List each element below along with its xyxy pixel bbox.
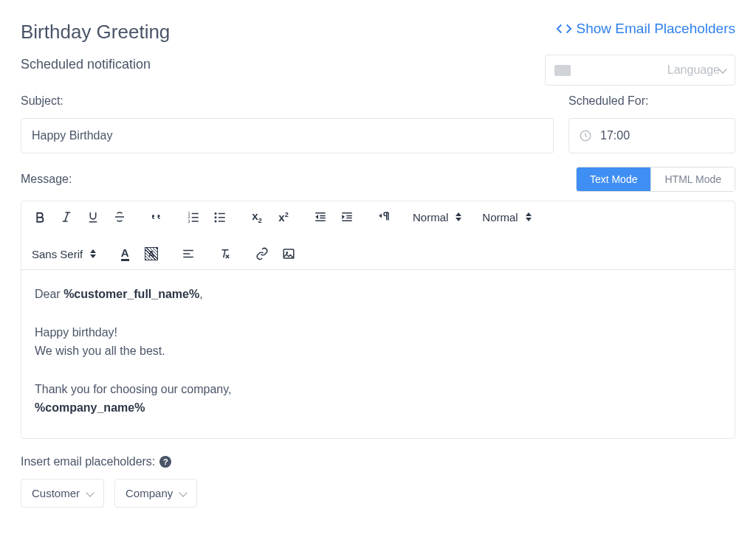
italic-button[interactable] bbox=[58, 209, 75, 225]
code-icon bbox=[556, 21, 572, 37]
text: Dear bbox=[35, 288, 63, 300]
image-button[interactable] bbox=[281, 246, 297, 262]
ordered-list-icon: 123 bbox=[187, 210, 200, 224]
language-placeholder: Language bbox=[578, 63, 720, 77]
company-dropdown-label: Company bbox=[126, 487, 173, 499]
text: , bbox=[199, 288, 202, 300]
superscript-icon: x2 bbox=[278, 211, 288, 224]
show-placeholders-link[interactable]: Show Email Placeholders bbox=[556, 21, 735, 37]
link-icon bbox=[255, 247, 269, 260]
clear-format-icon bbox=[219, 247, 232, 260]
text-color-button[interactable]: A bbox=[117, 246, 133, 262]
scheduled-for-label: Scheduled For: bbox=[568, 94, 735, 108]
caret-icon bbox=[456, 212, 461, 221]
underline-icon bbox=[86, 210, 100, 224]
svg-point-12 bbox=[215, 212, 217, 215]
svg-point-13 bbox=[215, 216, 217, 218]
text-color-icon: A bbox=[121, 247, 129, 261]
show-placeholders-label: Show Email Placeholders bbox=[577, 21, 735, 37]
svg-point-35 bbox=[286, 252, 288, 254]
header-label: Normal bbox=[482, 211, 518, 224]
svg-text:3: 3 bbox=[188, 219, 190, 224]
clear-format-button[interactable] bbox=[217, 246, 233, 262]
subject-input[interactable] bbox=[21, 118, 554, 153]
subject-label: Subject: bbox=[21, 94, 554, 108]
scheduled-time-input[interactable] bbox=[568, 118, 735, 153]
message-label: Message: bbox=[21, 173, 72, 186]
text: We wish you all the best. bbox=[35, 342, 721, 361]
svg-marker-22 bbox=[315, 215, 318, 219]
bold-icon bbox=[33, 210, 47, 224]
align-icon bbox=[182, 247, 195, 260]
font-family-select[interactable]: Sans Serif bbox=[32, 248, 96, 260]
html-mode-button[interactable]: HTML Mode bbox=[650, 167, 735, 191]
chevron-down-icon bbox=[180, 487, 186, 499]
strike-icon bbox=[113, 210, 126, 224]
text-mode-button[interactable]: Text Mode bbox=[577, 167, 651, 191]
outdent-icon bbox=[314, 210, 327, 224]
blockquote-button[interactable] bbox=[148, 209, 165, 225]
caret-icon bbox=[90, 249, 96, 258]
rich-text-editor: 123 x2 x2 bbox=[21, 201, 735, 439]
chevron-down-icon bbox=[720, 63, 726, 77]
language-select[interactable]: Language bbox=[545, 55, 735, 86]
clock-icon bbox=[579, 129, 592, 142]
editor-toolbar: 123 x2 x2 bbox=[21, 201, 735, 270]
strike-button[interactable] bbox=[111, 209, 128, 225]
text: Happy birthday! bbox=[35, 323, 721, 342]
pilcrow-icon bbox=[377, 210, 391, 224]
svg-line-3 bbox=[65, 212, 69, 221]
editor-content[interactable]: Dear %customer_full_name%, Happy birthda… bbox=[21, 270, 735, 438]
outdent-button[interactable] bbox=[312, 209, 329, 225]
superscript-button[interactable]: x2 bbox=[275, 209, 292, 225]
bullet-list-button[interactable] bbox=[212, 209, 228, 225]
align-button[interactable] bbox=[180, 246, 196, 262]
font-family-label: Sans Serif bbox=[32, 248, 83, 260]
svg-point-14 bbox=[215, 221, 217, 223]
editor-mode-toggle: Text Mode HTML Mode bbox=[576, 167, 735, 192]
italic-icon bbox=[60, 210, 73, 224]
placeholder-token: %customer_full_name% bbox=[63, 288, 199, 300]
subscript-button[interactable]: x2 bbox=[249, 209, 265, 225]
link-button[interactable] bbox=[254, 246, 270, 262]
insert-placeholders-label: Insert email placeholders: bbox=[21, 455, 155, 468]
highlight-icon: A bbox=[145, 247, 158, 260]
page-subtitle: Scheduled notification bbox=[21, 57, 170, 72]
bullet-list-icon bbox=[213, 210, 227, 224]
font-size-label: Normal bbox=[413, 211, 448, 224]
subscript-icon: x2 bbox=[252, 210, 261, 224]
indent-button[interactable] bbox=[339, 209, 355, 225]
flag-icon bbox=[554, 65, 571, 76]
bold-button[interactable] bbox=[32, 209, 48, 225]
help-icon[interactable]: ? bbox=[159, 456, 171, 468]
company-placeholder-dropdown[interactable]: Company bbox=[114, 479, 197, 508]
indent-icon bbox=[340, 210, 354, 224]
chevron-down-icon bbox=[87, 487, 93, 499]
page-title: Birthday Greeting bbox=[21, 21, 170, 44]
svg-marker-27 bbox=[342, 215, 345, 219]
ordered-list-button[interactable]: 123 bbox=[185, 209, 202, 225]
placeholder-token: %company_name% bbox=[35, 401, 145, 414]
customer-placeholder-dropdown[interactable]: Customer bbox=[21, 479, 104, 508]
quote-icon bbox=[150, 210, 163, 224]
text-direction-button[interactable] bbox=[376, 209, 392, 225]
font-size-select[interactable]: Normal bbox=[413, 211, 461, 224]
text: Thank you for choosing our company, bbox=[35, 380, 721, 399]
highlight-color-button[interactable]: A bbox=[143, 246, 159, 262]
image-icon bbox=[282, 247, 295, 260]
svg-marker-28 bbox=[379, 214, 382, 218]
header-select[interactable]: Normal bbox=[482, 211, 531, 224]
customer-dropdown-label: Customer bbox=[32, 487, 80, 499]
underline-button[interactable] bbox=[85, 209, 101, 225]
caret-icon bbox=[526, 212, 532, 221]
